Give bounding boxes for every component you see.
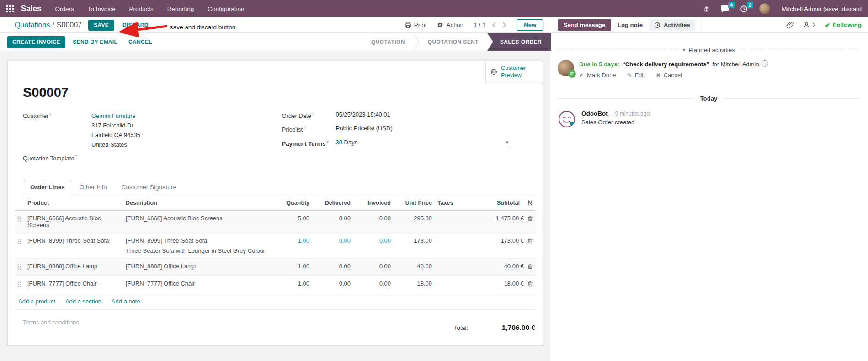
delete-line-icon[interactable]	[527, 238, 533, 244]
tab-customer-signature[interactable]: Customer Signature	[114, 180, 184, 195]
add-a-product-link[interactable]: Add a product	[18, 298, 55, 305]
user-avatar[interactable]	[759, 3, 771, 15]
order-line-row[interactable]: [FURN_6666] Acoustic Bloc Screens[FURN_6…	[15, 211, 536, 233]
menu-products[interactable]: Products	[129, 5, 154, 12]
new-button[interactable]: New	[517, 19, 543, 31]
cell-invoiced[interactable]: 0.00	[353, 276, 394, 293]
cell-delivered[interactable]: 0.00	[312, 233, 353, 259]
cell-invoiced[interactable]: 0.00	[353, 259, 394, 276]
attachments-button[interactable]	[786, 21, 794, 29]
customer-preview-button[interactable]: Customer Preview	[485, 61, 543, 83]
cell-delivered[interactable]: 0.00	[312, 211, 353, 233]
cell-description[interactable]: [FURN_8999] Three-Seat SofaThree Seater …	[123, 233, 276, 259]
app-title[interactable]: Sales	[21, 4, 41, 13]
menu-configuration[interactable]: Configuration	[208, 5, 244, 12]
terms-and-conditions-placeholder[interactable]: Terms and conditions...	[23, 319, 84, 332]
log-note-button[interactable]: Log note	[618, 21, 643, 28]
order-date-value[interactable]: 05/25/2023 15:40:01	[336, 111, 390, 119]
cell-unit-price[interactable]: 173.00	[394, 233, 435, 259]
add-a-section-link[interactable]: Add a section	[65, 298, 101, 305]
menu-to-invoice[interactable]: To Invoice	[88, 5, 116, 12]
cell-product[interactable]: [FURN_7777] Office Chair	[25, 276, 123, 293]
drag-handle-icon[interactable]	[17, 237, 21, 244]
stage-quotation[interactable]: QUOTATION	[363, 33, 413, 51]
messages-icon[interactable]: 4	[721, 5, 729, 13]
cell-invoiced[interactable]: 0.00	[353, 211, 394, 233]
bug-icon[interactable]	[703, 5, 710, 12]
print-button[interactable]: Print	[405, 21, 427, 28]
cell-delivered[interactable]: 0.00	[312, 259, 353, 276]
customer-link[interactable]: Gemini Furniture	[91, 111, 140, 121]
col-unit-price[interactable]: Unit Price	[394, 195, 435, 211]
cell-delivered[interactable]: 0.00	[312, 276, 353, 293]
cell-quantity[interactable]: 1.00	[276, 259, 312, 276]
cell-quantity[interactable]: 1.00	[276, 233, 312, 259]
cell-unit-price[interactable]: 18.00	[394, 276, 435, 293]
cell-taxes[interactable]	[435, 276, 467, 293]
menu-reporting[interactable]: Reporting	[167, 5, 194, 12]
menu-orders[interactable]: Orders	[55, 5, 74, 12]
cell-product[interactable]: [FURN_6666] Acoustic Bloc Screens	[25, 211, 123, 233]
following-button[interactable]: ✔ Following	[825, 21, 862, 29]
dropdown-caret-icon[interactable]: ▾	[506, 139, 509, 145]
drag-handle-icon[interactable]	[17, 263, 21, 270]
drag-handle-icon[interactable]	[17, 280, 21, 287]
message-author[interactable]: OdooBot	[581, 110, 608, 117]
create-invoice-button[interactable]: CREATE INVOICE	[7, 36, 65, 48]
activities-clock-icon[interactable]: 2	[740, 5, 748, 13]
tab-order-lines[interactable]: Order Lines	[23, 180, 72, 195]
add-a-note-link[interactable]: Add a note	[112, 298, 140, 305]
stage-quotation-sent[interactable]: QUOTATION SENT	[420, 33, 487, 51]
cell-quantity[interactable]: 5.00	[276, 211, 312, 233]
col-description[interactable]: Description	[123, 195, 276, 211]
cancel-button[interactable]: CANCEL	[125, 36, 156, 48]
apps-grid-icon[interactable]	[6, 5, 14, 12]
send-by-email-button[interactable]: SEND BY EMAIL	[69, 36, 121, 48]
col-quantity[interactable]: Quantity	[276, 195, 312, 211]
mark-done-button[interactable]: ✔Mark Done	[579, 72, 616, 79]
cell-product[interactable]: [FURN_8999] Three-Seat Sofa	[25, 233, 123, 259]
cell-invoiced[interactable]: 0.00	[353, 233, 394, 259]
col-delivered[interactable]: Delivered	[312, 195, 353, 211]
col-subtotal[interactable]: Subtotal	[467, 195, 522, 211]
cell-unit-price[interactable]: 40.00	[394, 259, 435, 276]
cell-taxes[interactable]	[435, 259, 467, 276]
planned-activities-toggle[interactable]: ▾ Planned activities	[683, 47, 735, 53]
pager-next-icon[interactable]	[502, 22, 506, 28]
col-taxes[interactable]: Taxes	[435, 195, 467, 211]
followers-button[interactable]: 2	[803, 21, 816, 28]
cancel-activity-button[interactable]: ✖Cancel	[656, 72, 682, 79]
tab-other-info[interactable]: Other Info	[72, 180, 114, 195]
delete-line-icon[interactable]	[527, 215, 533, 222]
discard-button[interactable]: DISCARD	[119, 20, 152, 31]
activities-button[interactable]: Activities	[649, 19, 695, 31]
action-button[interactable]: Action	[437, 21, 463, 28]
drag-handle-icon[interactable]	[17, 215, 21, 222]
delete-line-icon[interactable]	[527, 281, 533, 287]
delete-line-icon[interactable]	[527, 263, 533, 270]
order-line-row[interactable]: [FURN_8999] Three-Seat Sofa[FURN_8999] T…	[15, 233, 536, 259]
cell-taxes[interactable]	[435, 233, 467, 259]
edit-activity-button[interactable]: ✎Edit	[627, 72, 644, 79]
col-invoiced[interactable]: Invoiced	[353, 195, 394, 211]
col-product[interactable]: Product	[25, 195, 123, 211]
breadcrumb-quotations[interactable]: Quotations	[15, 21, 50, 29]
record-title[interactable]: S00007	[23, 85, 543, 100]
cell-taxes[interactable]	[435, 211, 467, 233]
cell-description[interactable]: [FURN_7777] Office Chair	[123, 276, 276, 293]
cell-description[interactable]: [FURN_8888] Office Lamp	[123, 259, 276, 276]
stage-sales-order[interactable]: SALES ORDER	[487, 33, 551, 51]
optional-columns-icon[interactable]	[522, 195, 536, 211]
order-line-row[interactable]: [FURN_8888] Office Lamp[FURN_8888] Offic…	[15, 259, 536, 276]
cell-description[interactable]: [FURN_6666] Acoustic Bloc Screens	[123, 211, 276, 233]
save-button[interactable]: SAVE	[88, 20, 114, 31]
send-message-button[interactable]: Send message	[558, 19, 611, 31]
pricelist-value[interactable]: Public Pricelist (USD)	[336, 125, 393, 133]
cell-unit-price[interactable]: 295.00	[394, 211, 435, 233]
cell-quantity[interactable]: 1.00	[276, 276, 312, 293]
order-line-row[interactable]: [FURN_7777] Office Chair[FURN_7777] Offi…	[15, 276, 536, 293]
cell-product[interactable]: [FURN_8888] Office Lamp	[25, 259, 123, 276]
info-icon[interactable]: ⓘ	[761, 60, 768, 68]
pager-previous-icon[interactable]	[492, 22, 496, 28]
user-name[interactable]: Mitchell Admin (save_discard	[782, 5, 862, 12]
